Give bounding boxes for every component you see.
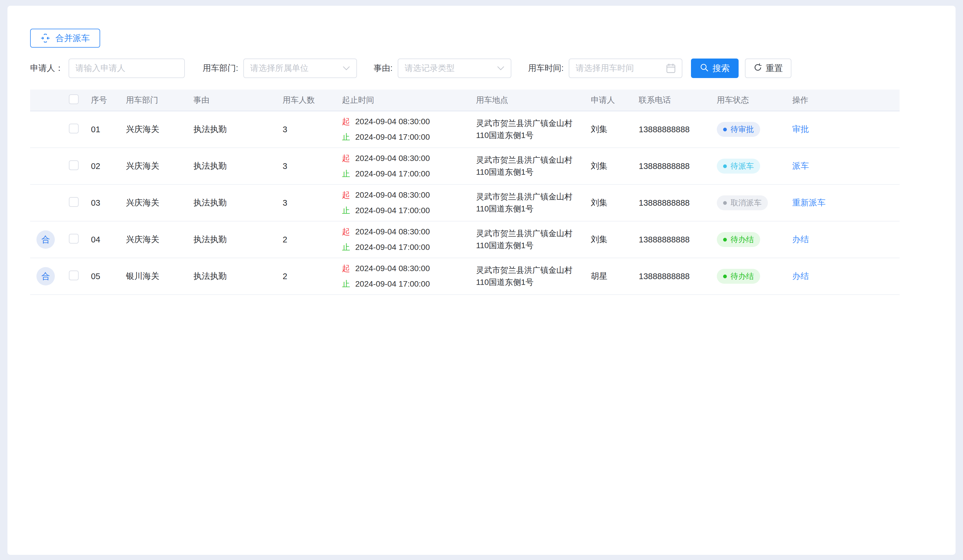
reason-placeholder: 请选记录类型: [405, 63, 454, 74]
row-phone: 13888888888: [639, 125, 717, 134]
dispatch-table: 序号 用车部门 事由 用车人数 起止时间 用车地点 申请人 联系电话 用车状态 …: [30, 89, 900, 295]
row-action-cell: 重新派车: [792, 197, 900, 209]
start-label: 起: [342, 189, 350, 201]
row-time-range: 起 2024-09-04 08:30:00 止 2024-09-04 17:00…: [342, 153, 476, 179]
row-department: 兴庆海关: [126, 197, 193, 209]
calendar-icon: [666, 63, 676, 73]
department-label: 用车部门:: [203, 63, 238, 74]
status-label: 待派车: [731, 161, 754, 171]
row-checkbox-cell: [69, 270, 91, 282]
header-department: 用车部门: [126, 95, 193, 105]
row-department: 兴庆海关: [126, 124, 193, 135]
merge-dispatch-label: 合并派车: [55, 32, 90, 44]
end-label: 止: [342, 242, 350, 253]
row-status-cell: 待办结: [717, 232, 792, 247]
row-reason: 执法执勤: [193, 270, 283, 282]
row-action-cell: 办结: [792, 270, 900, 282]
status-dot-icon: [723, 201, 727, 205]
row-status-cell: 取消派车: [717, 195, 792, 210]
row-applicant: 胡星: [591, 270, 639, 282]
header-applicant: 申请人: [591, 95, 639, 105]
status-label: 待办结: [731, 271, 754, 282]
start-time: 2024-09-04 08:30:00: [355, 117, 430, 126]
start-label: 起: [342, 116, 350, 127]
row-checkbox-cell: [69, 197, 91, 209]
start-label: 起: [342, 263, 350, 274]
merge-badge-cell: 合: [30, 230, 69, 249]
row-applicant: 刘集: [591, 197, 639, 209]
applicant-placeholder: 请输入申请人: [75, 63, 125, 74]
row-people-count: 3: [283, 198, 342, 208]
status-badge: 待办结: [717, 269, 760, 284]
row-phone: 13888888888: [639, 235, 717, 244]
merge-dispatch-button[interactable]: 合并派车: [30, 29, 100, 48]
row-phone: 13888888888: [639, 162, 717, 171]
reset-button[interactable]: 重置: [745, 58, 791, 78]
row-checkbox[interactable]: [69, 124, 79, 133]
row-action-link[interactable]: 重新派车: [792, 198, 825, 207]
row-department: 银川海关: [126, 270, 193, 282]
search-button-label: 搜索: [712, 63, 730, 74]
row-time-range: 起 2024-09-04 08:30:00 止 2024-09-04 17:00…: [342, 189, 476, 216]
end-time: 2024-09-04 17:00:00: [355, 279, 430, 289]
row-index: 03: [91, 198, 126, 208]
table-body: 合 01 兴庆海关 执法执勤 3 起 2024-09-04 08:30:00 止…: [30, 111, 900, 295]
end-label: 止: [342, 278, 350, 290]
row-location: 灵武市贺兰县洪广镇金山村110国道东侧1号: [476, 191, 591, 215]
row-action-cell: 派车: [792, 160, 900, 172]
start-time: 2024-09-04 08:30:00: [355, 227, 430, 236]
row-checkbox[interactable]: [69, 270, 79, 280]
row-time-range: 起 2024-09-04 08:30:00 止 2024-09-04 17:00…: [342, 227, 476, 253]
row-people-count: 3: [283, 125, 342, 134]
row-time-range: 起 2024-09-04 08:30:00 止 2024-09-04 17:00…: [342, 263, 476, 290]
row-checkbox-cell: [69, 234, 91, 246]
time-date-picker[interactable]: 请选择用车时间: [569, 58, 683, 78]
row-applicant: 刘集: [591, 124, 639, 135]
status-label: 取消派车: [731, 197, 762, 208]
status-dot-icon: [723, 275, 727, 278]
row-department: 兴庆海关: [126, 234, 193, 245]
row-status-cell: 待审批: [717, 122, 792, 137]
search-button[interactable]: 搜索: [691, 58, 739, 78]
header-location: 用车地点: [476, 95, 591, 105]
row-action-link[interactable]: 派车: [792, 161, 809, 170]
merged-badge: 合: [36, 230, 55, 249]
search-icon: [700, 63, 708, 74]
reason-select[interactable]: 请选记录类型: [398, 58, 511, 78]
merged-badge: 合: [36, 267, 55, 285]
reset-button-label: 重置: [765, 63, 783, 74]
row-action-cell: 办结: [792, 234, 900, 245]
row-action-link[interactable]: 办结: [792, 235, 809, 244]
department-select[interactable]: 请选择所属单位: [243, 58, 357, 78]
row-index: 02: [91, 162, 126, 171]
status-badge: 待办结: [717, 232, 760, 247]
status-label: 待审批: [731, 124, 754, 134]
row-checkbox[interactable]: [69, 160, 79, 170]
end-time: 2024-09-04 17:00:00: [355, 243, 430, 252]
select-all-checkbox[interactable]: [69, 94, 79, 104]
row-location: 灵武市贺兰县洪广镇金山村110国道东侧1号: [476, 264, 591, 288]
row-people-count: 3: [283, 162, 342, 171]
row-action-link[interactable]: 审批: [792, 125, 809, 134]
row-status-cell: 待办结: [717, 269, 792, 284]
row-index: 01: [91, 125, 126, 134]
row-people-count: 2: [283, 235, 342, 244]
chevron-down-icon: [343, 66, 350, 71]
row-action-link[interactable]: 办结: [792, 271, 809, 281]
status-dot-icon: [723, 128, 727, 131]
row-phone: 13888888888: [639, 198, 717, 208]
end-time: 2024-09-04 17:00:00: [355, 169, 430, 178]
row-location: 灵武市贺兰县洪广镇金山村110国道东侧1号: [476, 228, 591, 252]
start-label: 起: [342, 227, 350, 237]
table-row: 合 02 兴庆海关 执法执勤 3 起 2024-09-04 08:30:00 止…: [30, 148, 900, 185]
row-checkbox[interactable]: [69, 234, 79, 244]
row-checkbox-cell: [69, 160, 91, 172]
row-checkbox[interactable]: [69, 197, 79, 207]
row-applicant: 刘集: [591, 160, 639, 172]
header-time-range: 起止时间: [342, 95, 476, 105]
status-dot-icon: [723, 164, 727, 168]
filter-bar: 申请人： 请输入申请人 用车部门: 请选择所属单位 事由: 请选记录类型 用车时…: [30, 58, 933, 78]
status-label: 待办结: [731, 235, 754, 245]
reason-label: 事由:: [374, 63, 392, 74]
applicant-input[interactable]: 请输入申请人: [68, 58, 185, 78]
